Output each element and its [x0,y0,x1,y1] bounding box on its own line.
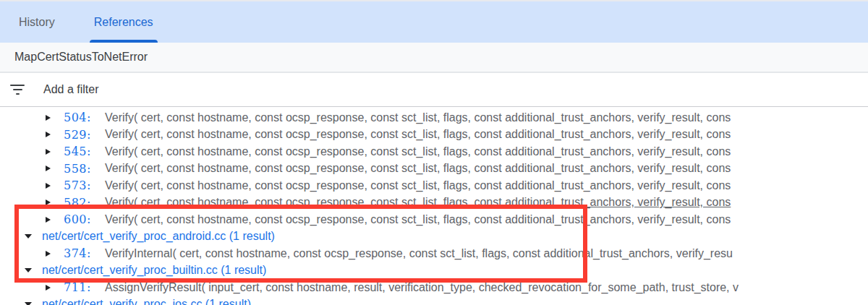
symbol-name: MapCertStatusToNetError [14,51,148,64]
code-snippet: VerifyInternal( cert, const hostname, co… [105,247,733,260]
line-number: 582: [64,196,105,210]
tab-bar: History References [0,1,868,43]
line-result-row[interactable]: 600:Verify( cert, const hostname, const … [0,211,868,228]
line-number: 573: [64,179,105,192]
line-number: 558: [64,162,105,176]
line-number: 711: [64,280,105,294]
line-result-row[interactable]: 504:Verify( cert, const hostname, const … [0,109,868,126]
file-path-link[interactable]: net/cert/cert_verify_proc_ios.cc (1 resu… [42,298,251,305]
line-result-row[interactable]: 558:Verify( cert, const hostname, const … [0,160,868,178]
code-snippet: Verify( cert, const hostname, const ocsp… [105,128,731,141]
code-snippet: Verify( cert, const hostname, const ocsp… [105,179,731,192]
symbol-header-row: MapCertStatusToNetError [0,43,868,73]
code-search-references-panel: History References MapCertStatusToNetErr… [0,0,868,305]
add-filter-input[interactable]: Add a filter [43,83,98,96]
expand-triangle-icon[interactable] [46,217,51,223]
filter-list-icon [9,85,25,95]
line-result-row[interactable]: 529:Verify( cert, const hostname, const … [0,126,868,144]
tab-history-label: History [19,16,55,29]
expand-triangle-icon[interactable] [46,166,51,171]
line-number: 374: [64,246,105,260]
file-path-link[interactable]: net/cert/cert_verify_proc_builtin.cc (1 … [42,264,266,277]
tab-references-label: References [94,16,153,29]
code-snippet: Verify( cert, const hostname, const ocsp… [105,213,731,226]
expand-triangle-icon[interactable] [46,285,51,291]
line-result-row[interactable]: 582:Verify( cert, const hostname, const … [0,194,868,212]
line-result-row[interactable]: 545:Verify( cert, const hostname, const … [0,143,868,160]
file-result-row[interactable]: net/cert/cert_verify_proc_ios.cc (1 resu… [0,296,868,305]
line-result-row[interactable]: 374:VerifyInternal( cert, const hostname… [0,245,868,262]
code-snippet: Verify( cert, const hostname, const ocsp… [105,111,731,124]
line-number: 545: [64,145,105,158]
tab-references[interactable]: References [90,1,158,43]
expand-triangle-icon[interactable] [46,132,51,137]
active-tab-indicator [90,40,158,43]
code-snippet: Verify( cert, const hostname, const ocsp… [105,162,731,175]
line-result-row[interactable]: 573:Verify( cert, const hostname, const … [0,177,868,194]
expand-triangle-icon[interactable] [46,149,51,155]
file-result-row[interactable]: net/cert/cert_verify_proc_builtin.cc (1 … [0,262,868,280]
collapse-triangle-icon[interactable] [25,302,32,305]
expand-triangle-icon[interactable] [46,199,51,205]
tab-history[interactable]: History [14,1,59,43]
collapse-triangle-icon[interactable] [25,268,32,272]
line-number: 529: [64,128,105,142]
line-number: 504: [64,111,105,124]
file-result-row[interactable]: net/cert/cert_verify_proc_android.cc (1 … [0,228,868,246]
code-snippet: Verify( cert, const hostname, const ocsp… [105,196,731,209]
expand-triangle-icon[interactable] [46,183,51,189]
collapse-triangle-icon[interactable] [25,234,32,239]
expand-triangle-icon[interactable] [46,115,51,121]
file-path-link[interactable]: net/cert/cert_verify_proc_android.cc (1 … [42,230,275,243]
code-snippet: AssignVerifyResult( input_cert, const ho… [105,281,739,294]
code-snippet: Verify( cert, const hostname, const ocsp… [105,145,731,158]
filter-bar: Add a filter [0,73,868,107]
line-result-row[interactable]: 711:AssignVerifyResult( input_cert, cons… [0,279,868,296]
line-number: 600: [64,212,105,226]
results-list: 504:Verify( cert, const hostname, const … [0,107,868,305]
expand-triangle-icon[interactable] [46,251,51,257]
